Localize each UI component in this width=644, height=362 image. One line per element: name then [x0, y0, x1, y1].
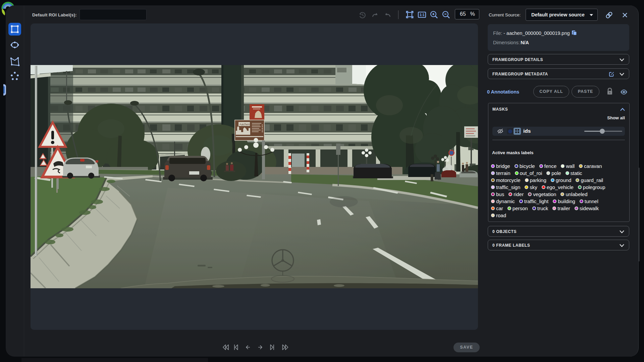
svg-text:1:1: 1:1: [420, 13, 425, 17]
svg-text:Aachen: Aachen: [239, 123, 250, 126]
